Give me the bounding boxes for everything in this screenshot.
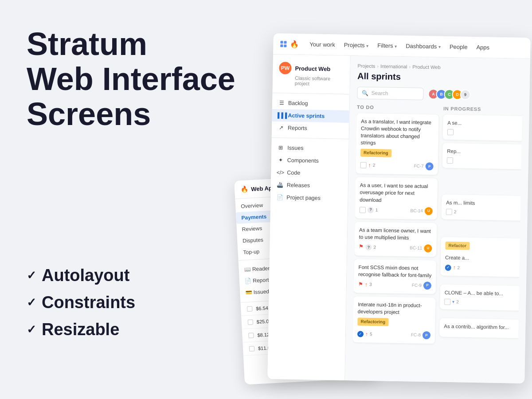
todo-column: TO DO As a translator, I want integrate … xyxy=(353,104,439,347)
sidebar-code-label: Code xyxy=(287,170,300,176)
kanban-card-inprogress-1[interactable]: A se... xyxy=(443,115,522,141)
checkbox-1[interactable] xyxy=(247,306,253,312)
kanban-card-inprogress-4[interactable]: Refactor Create a... ✓ ↑ 2 xyxy=(440,237,522,277)
card-count-bc11: 2 xyxy=(373,244,376,250)
sidebar-code[interactable]: </> Code xyxy=(271,166,348,180)
kanban-card-fc9[interactable]: Font SCSS mixin does not recognise fallb… xyxy=(354,259,436,294)
issues-icon: ⊞ xyxy=(278,145,284,151)
card-id-area: BC-14 U xyxy=(410,207,433,215)
user-avatar-fc7: P xyxy=(426,162,434,170)
user-avatar-fc9: P xyxy=(423,282,431,289)
sidebar-active-sprints[interactable]: ▐▐▐ Active sprints xyxy=(272,109,349,123)
kanban-card-inprogress-6[interactable]: As a contrib... algorithm for... xyxy=(439,318,522,338)
releases-icon: 🚢 xyxy=(277,182,283,188)
title-line1: Stratum xyxy=(27,26,147,62)
priority-icon: ↑ xyxy=(453,264,456,272)
priority-icon: ↑ xyxy=(368,162,371,169)
checkbox-4[interactable] xyxy=(249,346,255,352)
sidebar-releases-label: Releases xyxy=(287,182,310,189)
card-footer-bc14: ? 1 BC-14 U xyxy=(360,206,433,215)
card-footer-bc11: ⚑ ? 2 BC-11 U xyxy=(359,243,432,252)
user-avatar-bc14: U xyxy=(425,207,433,215)
square-icon xyxy=(360,162,367,168)
card-footer-fc8: ✓ ↑ 5 FC-8 P xyxy=(357,330,430,340)
question-icon: ? xyxy=(365,244,372,250)
feature-list: ✓ Autolayout ✓ Constraints ✓ Resizable xyxy=(27,266,135,347)
checkbox-2[interactable] xyxy=(248,319,254,325)
nav-apps[interactable]: Apps xyxy=(473,42,493,53)
kanban-card-bc14[interactable]: As a user, I want to see actual overusag… xyxy=(355,177,438,219)
breadcrumb-sep2: › xyxy=(409,64,411,69)
card-text-inprogress-3: As m... limits xyxy=(446,199,519,207)
card-id-area: FC-7 P xyxy=(414,162,434,171)
title-line2: Web Interface xyxy=(27,61,235,97)
kanban-card-fc8[interactable]: Interate nuxt-18n in product-developers … xyxy=(353,296,436,344)
card-id-fc8: FC-8 xyxy=(411,332,421,338)
main-content: PW Product Web Classic software project … xyxy=(267,55,530,383)
card-id-area: FC-9 P xyxy=(412,282,432,290)
kanban-area: TO DO As a translator, I want integrate … xyxy=(353,104,522,349)
sprints-card: 🔥 Your work Projects ▾ Filters ▾ Dashboa… xyxy=(267,33,531,383)
sprints-icon: ▐▐▐ xyxy=(278,112,284,118)
sidebar-reports[interactable]: ↗ Reports xyxy=(272,121,349,135)
sidebar-backlog-label: Backlog xyxy=(288,100,308,107)
sidebar-pages[interactable]: 📄 Project pages xyxy=(270,191,348,205)
page-title: All sprints xyxy=(357,71,523,84)
card-text-inprogress-6: As a contrib... algorithm for... xyxy=(444,323,517,331)
card-meta-fc7: ↑ 2 xyxy=(360,161,376,169)
kanban-card-bc11[interactable]: As a team license owner, I want to use m… xyxy=(354,222,437,257)
breadcrumb-product-web[interactable]: Product Web xyxy=(412,64,441,70)
card-meta-fc8: ✓ ↑ 5 xyxy=(357,330,372,338)
priority-icon: ↑ xyxy=(365,331,368,338)
sidebar-releases[interactable]: 🚢 Releases xyxy=(271,179,348,192)
feature-resizable: ✓ Resizable xyxy=(27,320,135,339)
pages-icon: 📄 xyxy=(277,194,283,200)
tag-refactoring-fc8: Refactoring xyxy=(357,318,388,326)
chevron-icon: ▾ xyxy=(366,43,368,48)
feature-label: Constraints xyxy=(42,293,135,312)
backlog-icon: ☰ xyxy=(278,100,285,106)
card-text-fc7: As a translator, I want integrate Crowdi… xyxy=(360,117,434,147)
sidebar-components[interactable]: ✦ Components xyxy=(271,154,348,168)
check-icon: ✓ xyxy=(357,331,364,337)
sidebar-reports-label: Reports xyxy=(288,125,307,132)
card-meta-bc14: ? 1 xyxy=(360,207,378,213)
square-icon xyxy=(360,207,366,213)
nav-dashboards[interactable]: Dashboards ▾ xyxy=(402,41,444,52)
square-icon xyxy=(444,299,450,305)
nav-people[interactable]: People xyxy=(446,42,471,52)
card-text-inprogress-2: Rep... xyxy=(447,148,520,156)
inprogress-header: IN PROGRESS xyxy=(443,106,522,113)
sidebar-backlog[interactable]: ☰ Backlog xyxy=(272,97,349,110)
sidebar-components-label: Components xyxy=(287,157,319,164)
sidebar-issues[interactable]: ⊞ Issues xyxy=(271,141,348,155)
kanban-card-inprogress-3[interactable]: As m... limits 2 xyxy=(442,195,522,221)
card-count-fc7: 2 xyxy=(373,162,376,168)
todo-header: TO DO xyxy=(357,104,439,111)
avatars-row: A B C D 9 xyxy=(430,89,470,100)
check-icon: ✓ xyxy=(445,265,451,271)
card-text-fc9: Font SCSS mixin does not recognise fallb… xyxy=(358,263,432,279)
breadcrumb-international[interactable]: International xyxy=(380,63,407,69)
feature-label: Autolayout xyxy=(42,266,129,285)
checkbox-3[interactable] xyxy=(248,332,254,338)
card-count-bc14: 1 xyxy=(376,207,378,213)
flame-logo-icon: 🔥 xyxy=(290,40,299,48)
sidebar-pages-label: Project pages xyxy=(286,195,321,201)
card-id-bc14: BC-14 xyxy=(410,207,423,214)
nav-projects[interactable]: Projects ▾ xyxy=(340,40,372,51)
breadcrumb-projects[interactable]: Projects xyxy=(357,63,375,69)
feature-autolayout: ✓ Autolayout xyxy=(27,266,135,285)
sidebar-issues-label: Issues xyxy=(287,145,303,152)
kanban-card-inprogress-2[interactable]: Rep... xyxy=(442,143,522,169)
nav-your-work[interactable]: Your work xyxy=(306,39,339,50)
breadcrumb-sep1: › xyxy=(377,63,379,69)
inprogress-column: IN PROGRESS A se... Rep... xyxy=(439,106,522,349)
kanban-card-inprogress-5[interactable]: CLONE – A... be able to... ▾ 2 xyxy=(440,285,522,311)
nav-filters[interactable]: Filters ▾ xyxy=(374,40,400,51)
search-box[interactable]: 🔍 Search xyxy=(357,86,423,100)
kanban-card-fc7[interactable]: As a translator, I want integrate Crowdi… xyxy=(356,113,438,175)
chevron-icon: ▾ xyxy=(438,44,441,49)
card-id-fc7: FC-7 xyxy=(414,163,423,169)
search-icon: 🔍 xyxy=(362,90,368,96)
